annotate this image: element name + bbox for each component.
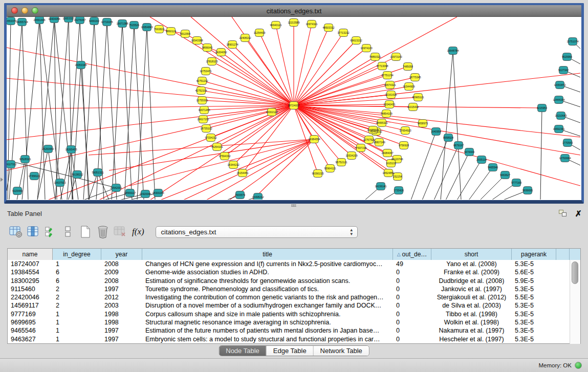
minimize-window-button[interactable]: [21, 7, 28, 14]
cell-short[interactable]: Franke et al. (2009): [431, 268, 512, 276]
cell-name[interactable]: 9463627: [8, 335, 53, 343]
graph-edge[interactable]: [217, 105, 294, 147]
cell-in_degree[interactable]: 2: [53, 301, 101, 310]
cell-short[interactable]: Stergiakouli et al. (2012): [431, 293, 512, 301]
graph-edge[interactable]: [441, 51, 453, 200]
graph-edge[interactable]: [72, 65, 81, 200]
graph-edge[interactable]: [48, 149, 55, 200]
tab-node-table[interactable]: Node Table: [219, 346, 267, 356]
cell-name[interactable]: 9465546: [8, 326, 53, 335]
graph-edge[interactable]: [294, 40, 356, 105]
cell-name[interactable]: 9699695: [8, 318, 53, 326]
graph-edge[interactable]: [37, 19, 54, 200]
cell-title[interactable]: Investigating the contribution of common…: [142, 293, 393, 301]
table-row[interactable]: 1872400712008Changes of HCN gene express…: [8, 260, 580, 268]
cell-out_de[interactable]: 0: [393, 268, 431, 276]
graph-edge[interactable]: [124, 25, 134, 200]
cell-in_degree[interactable]: 2: [53, 293, 101, 301]
graph-edge[interactable]: [137, 27, 147, 200]
function-builder-icon[interactable]: f(x): [132, 227, 144, 237]
graph-edge[interactable]: [221, 52, 294, 105]
column-header-title[interactable]: title: [142, 249, 393, 260]
cell-year[interactable]: 1998: [101, 318, 142, 326]
graph-edge[interactable]: [469, 167, 493, 200]
graph-edge[interactable]: [294, 57, 375, 105]
cell-in_degree[interactable]: 1: [53, 335, 101, 343]
cell-title[interactable]: Disruption of a novel member of a sodium…: [142, 301, 393, 310]
cell-short[interactable]: Nakamura et al. (1997): [431, 326, 512, 335]
select-columns-icon[interactable]: [43, 224, 58, 239]
cell-name[interactable]: 14569117: [8, 301, 53, 310]
cell-year[interactable]: 2008: [101, 277, 142, 285]
cell-out_de[interactable]: 0: [393, 301, 431, 310]
cell-short[interactable]: Jankovic et al. (1997): [431, 285, 512, 293]
column-header-in_degree[interactable]: in_degree: [53, 249, 101, 260]
cell-short[interactable]: Dudbridge et al. (2008): [431, 277, 512, 285]
table-row[interactable]: 969969511998Structural magnetic resonanc…: [8, 318, 580, 326]
cell-out_de[interactable]: 0: [393, 293, 431, 301]
cell-in_degree[interactable]: 1: [53, 310, 101, 318]
cell-short[interactable]: Tibbo et al. (1998): [431, 310, 512, 318]
table-row[interactable]: 946554611997Estimation of the future num…: [8, 326, 580, 335]
delete-icon[interactable]: [95, 224, 111, 239]
graph-edge[interactable]: [294, 105, 580, 186]
cell-title[interactable]: Estimation of the future numbers of pati…: [142, 326, 393, 335]
close-panel-icon[interactable]: ✗: [575, 210, 582, 218]
cell-name[interactable]: 18724007: [8, 260, 53, 268]
table-row[interactable]: 911546021997Tourette syndrome. Phenomeno…: [8, 285, 580, 293]
cell-year[interactable]: 1997: [101, 285, 142, 293]
cell-pagerank[interactable]: 5.9E-5: [512, 277, 556, 285]
cell-out_de[interactable]: 0: [393, 277, 431, 285]
panel-splitter[interactable]: [291, 204, 296, 207]
table-row[interactable]: 2242004622012Investigating the contribut…: [8, 293, 580, 301]
cell-pagerank[interactable]: 5.3E-5: [512, 285, 556, 293]
cell-pagerank[interactable]: 5.3E-5: [512, 318, 556, 326]
cell-year[interactable]: 2003: [101, 301, 142, 310]
graph-edge[interactable]: [22, 22, 28, 200]
cell-out_de[interactable]: 0: [393, 318, 431, 326]
cell-out_de[interactable]: 0: [393, 326, 431, 335]
graph-edge[interactable]: [107, 22, 117, 200]
cell-in_degree[interactable]: 6: [53, 277, 101, 285]
scrollbar-thumb[interactable]: [572, 261, 578, 284]
cell-pagerank[interactable]: 5.6E-5: [512, 268, 556, 276]
new-document-icon[interactable]: [78, 224, 93, 239]
column-header-name[interactable]: name: [8, 249, 53, 260]
column-header-short[interactable]: short: [431, 249, 512, 260]
graph-edge[interactable]: [147, 27, 155, 200]
cell-in_degree[interactable]: 1: [53, 318, 101, 326]
zoom-window-button[interactable]: [32, 7, 38, 14]
cell-in_degree[interactable]: 2: [53, 285, 101, 293]
cell-title[interactable]: Tourette syndrome. Phenomenology and cla…: [142, 285, 393, 293]
table-scrollbar[interactable]: [570, 260, 580, 344]
graph-edge[interactable]: [7, 105, 294, 109]
graph-edge[interactable]: [446, 152, 469, 200]
graph-edge[interactable]: [39, 20, 45, 200]
cell-title[interactable]: Genome-wide association studies in ADHD.: [142, 268, 393, 276]
cell-out_de[interactable]: 0: [393, 285, 431, 293]
graph-edge[interactable]: [259, 33, 294, 105]
graph-edge[interactable]: [98, 172, 109, 200]
cell-title[interactable]: Estimation of significance thresholds fo…: [142, 277, 393, 285]
cell-year[interactable]: 2009: [101, 268, 142, 276]
graph-edge[interactable]: [7, 105, 294, 140]
cell-title[interactable]: Corpus callosum shape and size in male p…: [142, 310, 393, 318]
table-row[interactable]: 1830029562008Estimation of significance …: [8, 277, 580, 285]
graph-edge[interactable]: [434, 145, 459, 200]
column-header-year[interactable]: year: [101, 249, 142, 260]
tab-network-table[interactable]: Network Table: [314, 346, 369, 356]
table-row[interactable]: 1938455462009Genome-wide association stu…: [8, 268, 580, 276]
cell-pagerank[interactable]: 5.3E-5: [512, 301, 556, 310]
cell-name[interactable]: 18300295: [8, 277, 53, 285]
table-row[interactable]: 977716911998Corpus callosum shape and si…: [8, 310, 580, 318]
panel-collapse-arrow-icon[interactable]: [1, 178, 3, 182]
graph-edge[interactable]: [294, 28, 329, 105]
float-panel-icon[interactable]: [559, 210, 568, 218]
close-window-button[interactable]: [11, 7, 18, 14]
graph-edge[interactable]: [39, 20, 62, 200]
cell-in_degree[interactable]: 1: [53, 260, 101, 268]
table-selector-dropdown[interactable]: citations_edges.txt ▲▼: [156, 226, 358, 238]
graph-edge[interactable]: [540, 108, 542, 200]
cell-name[interactable]: 9777169: [8, 310, 53, 318]
graph-edge[interactable]: [294, 105, 405, 130]
